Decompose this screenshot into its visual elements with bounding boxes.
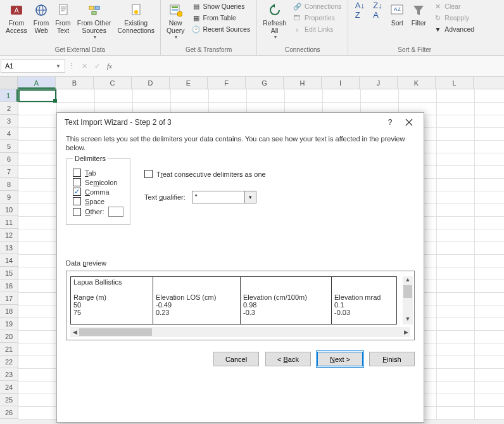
column-header[interactable]: L: [436, 77, 474, 89]
column-header[interactable]: D: [132, 77, 170, 89]
preview-hscroll[interactable]: ◀ ▶: [70, 327, 410, 337]
row-header[interactable]: 22: [0, 356, 18, 368]
sources-icon: [87, 3, 102, 18]
tab-checkbox[interactable]: [73, 169, 81, 177]
close-button[interactable]: [400, 115, 419, 130]
row-header[interactable]: 21: [0, 343, 18, 356]
scroll-left-icon[interactable]: ◀: [70, 329, 79, 335]
group-label: Connections: [260, 45, 345, 55]
advanced-button[interactable]: ▼Advanced: [432, 24, 476, 34]
from-table-button[interactable]: ▦From Table: [191, 13, 252, 23]
scroll-up-icon[interactable]: ▲: [405, 276, 411, 285]
column-header[interactable]: A: [18, 77, 56, 89]
row-header[interactable]: 18: [0, 305, 18, 318]
row-header[interactable]: 4: [0, 127, 18, 140]
sort-desc-icon: Z↓A: [370, 3, 385, 18]
row-header[interactable]: 25: [0, 394, 18, 406]
new-query-button[interactable]: New Query: [163, 1, 188, 41]
list-icon: ▤: [192, 2, 201, 11]
column-header[interactable]: C: [94, 77, 132, 89]
preview-vscroll[interactable]: ▲ ▼: [403, 276, 413, 324]
from-access-button[interactable]: A From Access: [3, 1, 30, 35]
btn-label: Clear: [444, 3, 460, 10]
row-header[interactable]: 26: [0, 406, 18, 419]
btn-label: Show Queries: [203, 3, 245, 10]
group-label: Get & Transform: [163, 45, 254, 55]
sort-desc-button[interactable]: Z↓A: [369, 1, 386, 20]
sort-asc-button[interactable]: A↓Z: [351, 1, 369, 20]
svg-rect-15: [172, 6, 178, 8]
text-qualifier-select[interactable]: ▾: [192, 191, 256, 203]
chevron-down-icon[interactable]: ▾: [244, 191, 256, 203]
btn-label: Properties: [305, 14, 335, 22]
filter-button[interactable]: Filter: [408, 1, 429, 28]
row-header[interactable]: 16: [0, 279, 18, 292]
row-header[interactable]: 23: [0, 368, 18, 381]
chevron-down-icon[interactable]: ▼: [56, 63, 61, 69]
data-preview: Lapua Ballistics Range (m) 50 75 Elevati…: [66, 271, 415, 340]
row-header[interactable]: 11: [0, 216, 18, 229]
btn-label: Refresh All: [263, 19, 286, 34]
row-header[interactable]: 20: [0, 330, 18, 343]
column-header[interactable]: E: [170, 77, 208, 89]
preview-column: Lapua Ballistics Range (m) 50 75: [70, 276, 153, 324]
next-button[interactable]: Next >: [317, 352, 363, 366]
row-header[interactable]: 13: [0, 241, 18, 254]
other-checkbox[interactable]: [73, 208, 81, 216]
connections-button[interactable]: 🔗Connections: [292, 1, 343, 11]
column-header[interactable]: H: [284, 77, 322, 89]
cancel-formula-button[interactable]: ✕: [78, 59, 91, 73]
row-header[interactable]: 12: [0, 229, 18, 241]
cancel-button[interactable]: Cancel: [213, 352, 259, 366]
row-header[interactable]: 3: [0, 115, 18, 127]
active-cell[interactable]: [18, 89, 56, 102]
semicolon-checkbox[interactable]: [73, 178, 81, 186]
scroll-thumb[interactable]: [79, 328, 152, 336]
column-header[interactable]: K: [398, 77, 436, 89]
row-header[interactable]: 17: [0, 292, 18, 305]
scroll-thumb[interactable]: [403, 285, 412, 298]
column-header[interactable]: J: [360, 77, 398, 89]
sort-button[interactable]: AZ Sort: [386, 1, 408, 28]
space-checkbox[interactable]: [73, 197, 81, 205]
consecutive-checkbox[interactable]: [144, 170, 153, 178]
existing-connections-button[interactable]: Existing Connections: [115, 1, 158, 35]
row-header[interactable]: 1: [0, 89, 18, 102]
titlebar[interactable]: Text Import Wizard - Step 2 of 3 ?: [57, 113, 424, 132]
other-delimiter-input[interactable]: [108, 207, 123, 217]
row-header[interactable]: 5: [0, 140, 18, 153]
back-button[interactable]: < Back: [265, 352, 311, 366]
column-header[interactable]: I: [322, 77, 360, 89]
row-header[interactable]: 24: [0, 381, 18, 394]
scroll-down-icon[interactable]: ▼: [405, 316, 411, 324]
column-header[interactable]: F: [208, 77, 246, 89]
enter-formula-button[interactable]: ✓: [91, 59, 103, 73]
recent-sources-button[interactable]: 🕑Recent Sources: [191, 24, 252, 34]
insert-function-button[interactable]: fx: [103, 59, 116, 73]
select-all-corner[interactable]: [0, 77, 18, 89]
finish-button[interactable]: Finish: [369, 352, 415, 366]
column-header[interactable]: B: [56, 77, 94, 89]
help-button[interactable]: ?: [381, 115, 400, 130]
from-other-sources-button[interactable]: From Other Sources: [74, 1, 115, 41]
row-header[interactable]: 2: [0, 102, 18, 115]
qualifier-value[interactable]: [192, 191, 244, 203]
row-header[interactable]: 15: [0, 267, 18, 279]
group-label: Get External Data: [3, 45, 158, 55]
comma-checkbox[interactable]: [73, 188, 81, 196]
refresh-all-button[interactable]: Refresh All: [260, 1, 289, 41]
connections-icon: [129, 3, 144, 18]
row-header[interactable]: 10: [0, 203, 18, 216]
row-header[interactable]: 6: [0, 153, 18, 165]
row-header[interactable]: 7: [0, 165, 18, 178]
row-header[interactable]: 19: [0, 318, 18, 330]
row-header[interactable]: 8: [0, 178, 18, 191]
column-header[interactable]: G: [246, 77, 284, 89]
name-box[interactable]: A1 ▼: [1, 59, 65, 73]
show-queries-button[interactable]: ▤Show Queries: [191, 1, 252, 11]
from-text-button[interactable]: From Text: [52, 1, 74, 35]
row-header[interactable]: 14: [0, 254, 18, 267]
scroll-right-icon[interactable]: ▶: [401, 329, 410, 335]
row-header[interactable]: 9: [0, 191, 18, 203]
from-web-button[interactable]: From Web: [30, 1, 53, 35]
